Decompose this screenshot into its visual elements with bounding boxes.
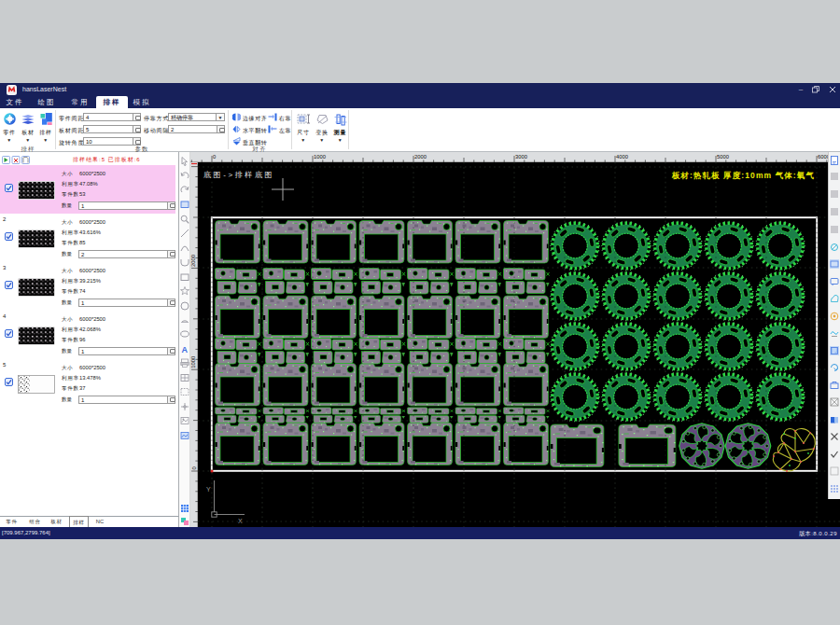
svg-text:0: 0 bbox=[213, 154, 216, 160]
svg-text:A: A bbox=[182, 344, 189, 354]
svg-text:5000: 5000 bbox=[717, 154, 729, 160]
svg-text:底图->排样底图: 底图->排样底图 bbox=[203, 171, 274, 179]
svg-text:2000: 2000 bbox=[191, 255, 197, 267]
svg-text:1000: 1000 bbox=[191, 356, 197, 368]
svg-text:3000: 3000 bbox=[515, 154, 527, 160]
svg-text:1000: 1000 bbox=[314, 154, 326, 160]
svg-text:0: 0 bbox=[191, 466, 197, 469]
svg-text:Y: Y bbox=[206, 486, 211, 493]
svg-text:6000: 6000 bbox=[818, 154, 828, 160]
svg-text:X: X bbox=[238, 518, 243, 524]
svg-text:板材:热轧板 厚度:10mm 气体:氧气: 板材:热轧板 厚度:10mm 气体:氧气 bbox=[671, 171, 815, 180]
svg-text:2000: 2000 bbox=[414, 154, 427, 160]
svg-text:4000: 4000 bbox=[616, 154, 628, 160]
